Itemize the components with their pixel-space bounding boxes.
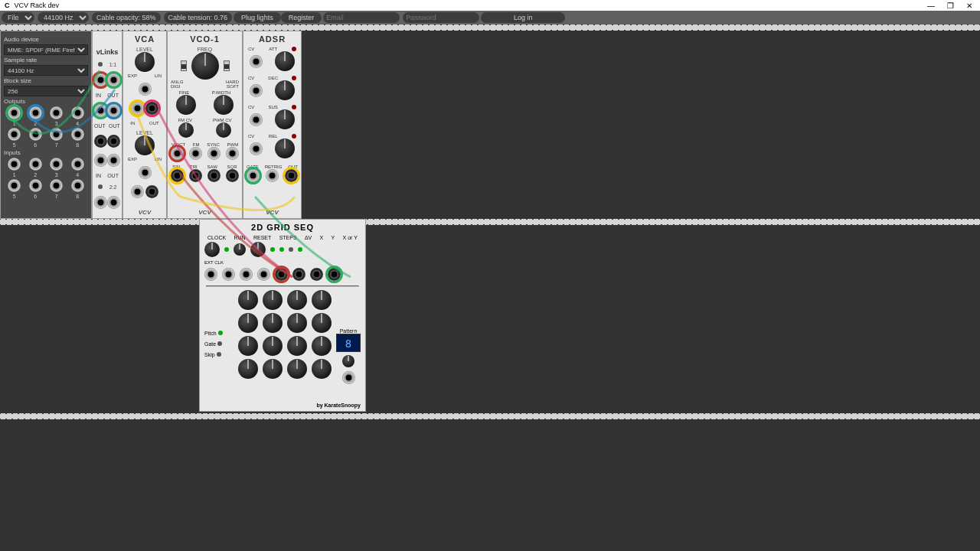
maximize-button[interactable]: ❐ <box>947 2 954 10</box>
sample-rate-select[interactable]: 44100 Hz <box>4 65 88 76</box>
vco-fmcv-knob[interactable] <box>178 122 194 138</box>
grid-knob[interactable] <box>287 359 307 379</box>
gridseq-steps-jack[interactable] <box>257 268 270 281</box>
adsr-gate-jack[interactable] <box>247 169 260 182</box>
gridseq-pattern-knob[interactable] <box>342 355 354 367</box>
grid-knob[interactable] <box>312 359 332 379</box>
grid-knob[interactable] <box>263 313 283 333</box>
gridseq-extclk-jack[interactable] <box>204 268 217 281</box>
block-size-select[interactable]: 256 <box>4 86 88 96</box>
grid-knob[interactable] <box>287 290 307 310</box>
input-jack-6[interactable] <box>29 179 42 192</box>
output-jack-7[interactable] <box>50 128 63 141</box>
vco-sqr-jack[interactable] <box>226 169 239 182</box>
gridseq-reset-knob[interactable] <box>234 243 246 256</box>
vco-hard-switch[interactable] <box>224 60 230 71</box>
password-field[interactable] <box>403 12 479 23</box>
audio-interface-module[interactable]: Audio device MME: SPDIF (RME Firef... Sa… <box>0 31 92 219</box>
vca-level-knob-1[interactable] <box>135 52 155 72</box>
vca-level-knob-2[interactable] <box>135 135 155 155</box>
gridseq-xory-jack[interactable] <box>328 268 341 281</box>
adsr-dec-cv[interactable] <box>250 84 263 97</box>
grid-knob[interactable] <box>238 359 258 379</box>
vlinks-jack-out1[interactable] <box>107 73 120 86</box>
input-jack-3[interactable] <box>50 158 63 171</box>
output-jack-1[interactable] <box>8 106 21 119</box>
gridseq-run-led[interactable] <box>224 247 229 252</box>
output-jack-2[interactable] <box>29 106 42 119</box>
vlinks-jack-out3[interactable] <box>107 104 120 117</box>
input-jack-7[interactable] <box>50 179 63 192</box>
vca-cv-jack-2[interactable] <box>139 166 152 179</box>
vco-sync-jack[interactable] <box>207 147 220 160</box>
vca-in-jack-1[interactable] <box>131 102 144 115</box>
adsr-rel-knob[interactable] <box>275 139 295 158</box>
vco-voct-jack[interactable] <box>171 147 184 160</box>
gridseq-x-jack[interactable] <box>292 268 305 281</box>
adsr-rel-cv[interactable] <box>250 142 263 155</box>
vlinks-jack-out5[interactable] <box>107 135 120 148</box>
grid-knob[interactable] <box>263 359 283 379</box>
audio-device-select[interactable]: MME: SPDIF (RME Firef... <box>4 44 88 55</box>
vlinks-jack-8[interactable] <box>107 196 120 209</box>
vco-pwidth-knob[interactable] <box>214 95 234 115</box>
login-button[interactable]: Log in <box>481 12 565 23</box>
vco-pwm-jack[interactable] <box>226 147 239 160</box>
output-jack-3[interactable] <box>50 106 63 119</box>
vca-cv-jack-1[interactable] <box>139 83 152 96</box>
grid-knob[interactable] <box>312 290 332 310</box>
input-jack-2[interactable] <box>29 158 42 171</box>
adsr-dec-knob[interactable] <box>275 80 295 100</box>
grid-knob[interactable] <box>263 290 283 310</box>
input-jack-5[interactable] <box>8 179 21 192</box>
vco-anlg-switch[interactable] <box>181 60 187 71</box>
vlinks-module[interactable]: vLinks 1:1 INOUT OUTOUT INOUT 2:2 <box>92 31 122 219</box>
gridseq-pattern-jack[interactable] <box>342 371 355 384</box>
adsr-att-cv[interactable] <box>250 55 263 68</box>
close-button[interactable]: ✕ <box>966 2 972 10</box>
adsr-out-jack[interactable] <box>285 169 298 182</box>
vco-saw-jack[interactable] <box>207 169 220 182</box>
vlinks-jack-out4[interactable] <box>94 135 107 148</box>
gridseq-reset-jack[interactable] <box>240 268 253 281</box>
grid-knob[interactable] <box>238 336 258 356</box>
grid-knob[interactable] <box>238 313 258 333</box>
vco-fine-knob[interactable] <box>176 95 196 115</box>
vlinks-jack-in2[interactable] <box>94 154 107 167</box>
adsr-retrig-jack[interactable] <box>266 169 279 182</box>
gridseq-steps-knob[interactable] <box>250 242 266 257</box>
input-jack-4[interactable] <box>71 158 84 171</box>
vca-module[interactable]: VCA LEVEL EXPLIN INOUT LEVEL EXPLIN VCV <box>122 31 167 219</box>
toolbar-samplerate[interactable]: 44100 Hz <box>38 12 89 23</box>
grid-seq-module[interactable]: 2D GRID SEQ CLOCKRUNRESETSTEPSΔVXYX or Y… <box>199 219 366 412</box>
vco-fm-jack[interactable] <box>189 147 202 160</box>
vco-module[interactable]: VCO-1 FREQ ANLGHARD DIGISOFT FINEP.WIDTH… <box>167 31 243 219</box>
gridseq-clock-knob[interactable] <box>204 242 220 257</box>
cable-opacity-slider[interactable]: Cable opacity: 58% <box>92 12 161 23</box>
grid-knob[interactable] <box>238 290 258 310</box>
vco-tri-jack[interactable] <box>189 169 202 182</box>
output-jack-5[interactable] <box>8 128 21 141</box>
grid-knob[interactable] <box>312 336 332 356</box>
grid-knob[interactable] <box>287 313 307 333</box>
vca-out-jack-2[interactable] <box>145 185 158 198</box>
plug-lights-button[interactable]: Plug lights <box>234 12 281 23</box>
grid-knob[interactable] <box>263 336 283 356</box>
grid-knob[interactable] <box>287 336 307 356</box>
input-jack-8[interactable] <box>71 179 84 192</box>
file-menu[interactable]: File <box>2 12 34 23</box>
vca-in-jack-2[interactable] <box>131 185 144 198</box>
gridseq-y-jack[interactable] <box>310 268 323 281</box>
output-jack-6[interactable] <box>29 128 42 141</box>
output-jack-8[interactable] <box>71 128 84 141</box>
gridseq-run-jack[interactable] <box>222 268 235 281</box>
cable-tension-slider[interactable]: Cable tension: 0.76 <box>164 12 233 23</box>
adsr-att-knob[interactable] <box>275 51 295 71</box>
adsr-sus-cv[interactable] <box>250 113 263 126</box>
gridseq-cv-jack[interactable] <box>275 268 288 281</box>
vlinks-jack-7[interactable] <box>94 196 107 209</box>
input-jack-1[interactable] <box>8 158 21 171</box>
minimize-button[interactable]: — <box>927 2 935 10</box>
output-jack-4[interactable] <box>71 106 84 119</box>
register-button[interactable]: Register <box>281 12 322 23</box>
